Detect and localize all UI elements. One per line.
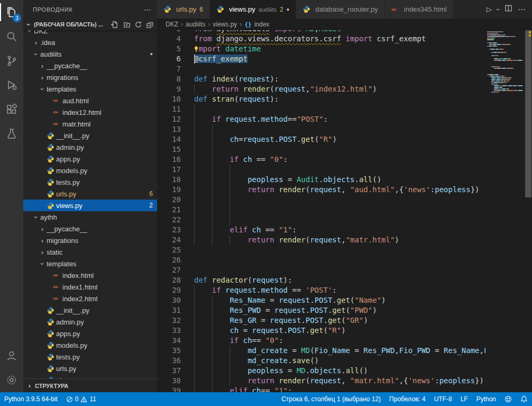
cursor-position[interactable]: Строка 6, столбец 1 (выбрано 12)	[277, 392, 385, 406]
tree-file-tests.py[interactable]: tests.py	[23, 351, 157, 363]
code-line-28[interactable]: 28def redactor(request):	[157, 275, 485, 285]
tree-folder-__pycache__[interactable]: ›__pycache__	[23, 60, 157, 71]
code-editor[interactable]: 3from aythh.models import MD,Audit4from …	[157, 30, 532, 392]
code-line-17[interactable]: 17	[157, 165, 485, 175]
more-actions-icon[interactable]: ⋯	[518, 5, 526, 14]
run-dropdown-icon[interactable]: ›	[494, 8, 502, 11]
language-mode[interactable]: Python	[472, 392, 500, 406]
code-text[interactable]: elif ch == "1":	[194, 225, 297, 235]
breadcrumb-item-audiiits[interactable]: audiiits	[186, 21, 205, 28]
code-text[interactable]: if request.method == 'POST':	[194, 285, 337, 295]
code-line-34[interactable]: 34 if ch== "0":	[157, 336, 485, 346]
line-number[interactable]: 12	[157, 114, 181, 124]
code-text[interactable]: peopless = Audit.objects.all()	[194, 175, 381, 185]
line-number[interactable]: 9	[157, 84, 181, 94]
line-number[interactable]: 31	[157, 305, 181, 315]
code-line-14[interactable]: 14 ch=request.POST.get("R")	[157, 134, 485, 145]
code-text[interactable]: peopless = MD.objects.all()	[194, 366, 368, 376]
code-line-15[interactable]: 15	[157, 145, 485, 155]
line-number[interactable]: 10	[157, 94, 181, 104]
code-text[interactable]: def stran(request):	[194, 94, 279, 104]
code-text[interactable]: return render(request,"matr.html")	[194, 235, 399, 245]
line-number[interactable]: 35	[157, 346, 181, 356]
encoding-setting[interactable]: UTF-8	[430, 392, 456, 406]
line-number[interactable]: 38	[157, 376, 181, 386]
code-text[interactable]: elif ch== "1":	[194, 386, 292, 392]
indentation-setting[interactable]: Пробелов: 4	[385, 392, 430, 406]
code-line-39[interactable]: 39 elif ch== "1":	[157, 386, 485, 392]
tree-file-views.py[interactable]: views.py	[23, 374, 157, 378]
line-number[interactable]: 16	[157, 155, 181, 165]
tree-file-index12.html[interactable]: <>index12.html	[23, 106, 157, 118]
line-number[interactable]: 37	[157, 366, 181, 376]
explorer-more-actions-icon[interactable]: ⋯	[144, 5, 152, 14]
breadcrumb-item-index[interactable]: index	[254, 21, 270, 28]
code-text[interactable]: if ch== "0":	[194, 336, 283, 346]
code-lines[interactable]: 3from aythh.models import MD,Audit4from …	[157, 30, 485, 392]
tree-file-admin.py[interactable]: admin.py	[23, 141, 157, 153]
code-line-4[interactable]: 4from django.views.decorators.csrf impor…	[157, 34, 485, 44]
unsaved-dot-icon[interactable]: ●	[287, 7, 289, 12]
python-interpreter[interactable]: Python 3.9.5 64-bit	[0, 392, 62, 406]
code-text[interactable]: return render(request,"index12.html")	[194, 84, 377, 94]
run-python-file-button[interactable]: ▷	[487, 5, 492, 13]
code-text[interactable]: if ch == "0":	[194, 155, 288, 165]
code-line-22[interactable]: 22	[157, 215, 485, 225]
line-number[interactable]: 21	[157, 205, 181, 215]
code-text[interactable]: md_create = MD(Fio_Name = Res_PWD,Fio_PW…	[194, 346, 488, 356]
code-line-18[interactable]: 18 peopless = Audit.objects.all()	[157, 175, 485, 185]
new-file-icon[interactable]	[111, 21, 119, 29]
code-text[interactable]: return render(request, "aud.html",{'news…	[194, 185, 480, 195]
line-number[interactable]: 24	[157, 235, 181, 245]
code-text[interactable]: import datetime	[194, 44, 261, 54]
tree-file-index1.html[interactable]: <>index1.html	[23, 281, 157, 293]
line-number[interactable]: 34	[157, 336, 181, 346]
source-control-icon[interactable]	[0, 49, 23, 73]
settings-gear-icon[interactable]	[0, 368, 23, 392]
tree-folder-migrations[interactable]: ›migrations	[23, 234, 157, 246]
line-number[interactable]: 19	[157, 185, 181, 195]
code-line-6[interactable]: 6@csrf_exempt	[157, 54, 485, 64]
line-number[interactable]: 30	[157, 295, 181, 305]
line-number[interactable]: 5	[157, 44, 181, 54]
code-text[interactable]: md_create.save()	[194, 356, 319, 366]
line-number[interactable]: 14	[157, 134, 181, 145]
code-line-38[interactable]: 38 return render(request, "matr.html",{'…	[157, 376, 485, 386]
line-number[interactable]: 33	[157, 326, 181, 336]
code-text[interactable]: @csrf_exempt	[194, 54, 247, 64]
run-debug-icon[interactable]	[0, 73, 23, 97]
code-line-13[interactable]: 13	[157, 124, 485, 134]
breadcrumb[interactable]: DKZ›audiiits›views.py›{}index	[157, 19, 532, 30]
tree-folder-.idea[interactable]: ›.idea	[23, 37, 157, 48]
code-text[interactable]: from django.views.decorators.csrf import…	[194, 34, 426, 44]
line-number[interactable]: 3	[157, 30, 181, 34]
explorer-icon[interactable]: 3	[0, 0, 23, 24]
code-text[interactable]: Res_GR = request.POST.get("GR")	[194, 315, 368, 326]
tree-folder-DKZ[interactable]: ›DKZ	[23, 30, 157, 37]
line-number[interactable]: 11	[157, 104, 181, 114]
lightbulb-icon[interactable]	[194, 45, 199, 53]
feedback-smiley-icon[interactable]	[500, 392, 516, 406]
testing-flask-icon[interactable]	[0, 122, 23, 146]
code-line-21[interactable]: 21	[157, 205, 485, 215]
line-number[interactable]: 13	[157, 124, 181, 134]
tree-file-urls.py[interactable]: urls.py	[23, 363, 157, 374]
code-text[interactable]: from aythh.models import MD,Audit	[194, 30, 341, 34]
editor-scrollbar[interactable]	[525, 30, 532, 392]
tree-file-views.py[interactable]: views.py2	[23, 200, 157, 211]
tree-folder-aythh[interactable]: ›aythh	[23, 211, 157, 223]
code-line-23[interactable]: 23 elif ch == "1":	[157, 225, 485, 235]
code-line-26[interactable]: 26	[157, 255, 485, 265]
collapse-all-icon[interactable]	[146, 21, 154, 29]
code-line-35[interactable]: 35 md_create = MD(Fio_Name = Res_PWD,Fio…	[157, 346, 485, 356]
tree-file-__init__.py[interactable]: __init__.py	[23, 130, 157, 141]
breadcrumb-item-DKZ[interactable]: DKZ	[166, 21, 178, 28]
split-editor-icon[interactable]	[505, 4, 512, 14]
tree-folder-templates[interactable]: ›templates	[23, 258, 157, 269]
code-line-9[interactable]: 9 return render(request,"index12.html")	[157, 84, 485, 94]
breadcrumb-item-views.py[interactable]: views.py	[213, 21, 237, 28]
extensions-icon[interactable]	[0, 97, 23, 122]
code-line-12[interactable]: 12 if request.method=="POST":	[157, 114, 485, 124]
line-number[interactable]: 15	[157, 145, 181, 155]
line-number[interactable]: 36	[157, 356, 181, 366]
